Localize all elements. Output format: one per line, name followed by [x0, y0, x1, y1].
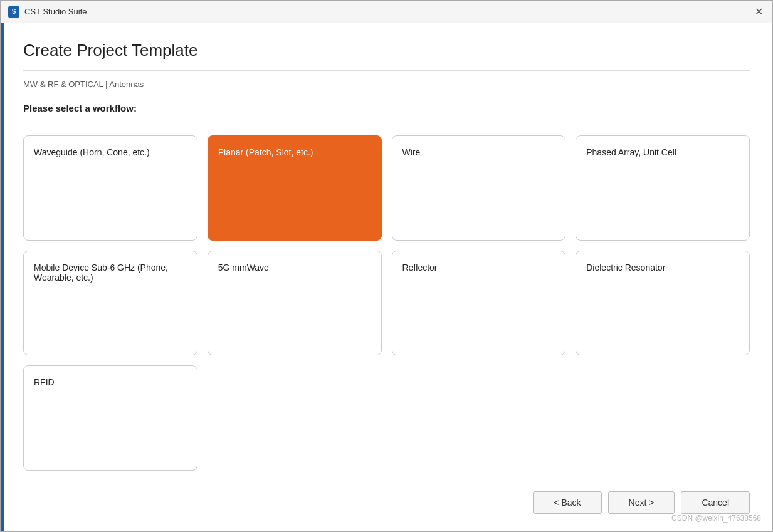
app-icon: S — [8, 6, 19, 18]
breadcrumb: MW & RF & OPTICAL | Antennas — [23, 80, 750, 89]
workflow-grid: Waveguide (Horn, Cone, etc.)Planar (Patc… — [23, 135, 750, 471]
workflow-card-reflector[interactable]: Reflector — [392, 251, 566, 356]
workflow-card-5g-mmwave[interactable]: 5G mmWave — [208, 251, 382, 356]
workflow-card-wire[interactable]: Wire — [392, 135, 566, 241]
title-bar-left: S CST Studio Suite — [8, 6, 87, 18]
cancel-button[interactable]: Cancel — [681, 491, 750, 514]
main-window: S CST Studio Suite ✕ Create Project Temp… — [0, 0, 773, 532]
close-button[interactable]: ✕ — [752, 6, 765, 18]
section-divider — [23, 120, 750, 120]
window-title: CST Studio Suite — [24, 7, 87, 16]
title-divider — [23, 70, 750, 71]
workflow-card-rfid[interactable]: RFID — [23, 365, 197, 471]
title-bar: S CST Studio Suite ✕ — [1, 1, 772, 23]
workflow-card-planar[interactable]: Planar (Patch, Slot, etc.) — [208, 135, 382, 241]
dialog-title: Create Project Template — [23, 41, 750, 60]
left-accent — [1, 23, 4, 531]
watermark: CSDN @weixin_47638568 — [671, 514, 761, 523]
back-button[interactable]: < Back — [533, 491, 601, 514]
footer: < Back Next > Cancel — [23, 481, 750, 519]
workflow-card-dielectric-resonator[interactable]: Dielectric Resonator — [576, 251, 750, 356]
workflow-card-waveguide[interactable]: Waveguide (Horn, Cone, etc.) — [23, 135, 197, 241]
next-button[interactable]: Next > — [608, 491, 675, 514]
dialog-content: Create Project Template MW & RF & OPTICA… — [1, 23, 772, 531]
workflow-card-phased-array[interactable]: Phased Array, Unit Cell — [576, 135, 750, 241]
section-label: Please select a workflow: — [23, 103, 750, 113]
workflow-card-mobile-device[interactable]: Mobile Device Sub-6 GHz (Phone, Wearable… — [23, 251, 197, 356]
